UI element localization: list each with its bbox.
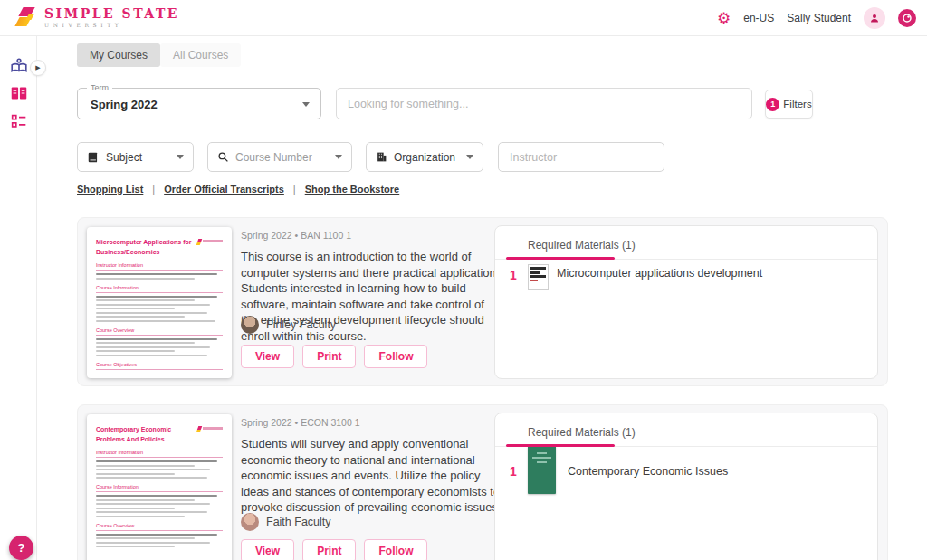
- quick-links: Shopping List | Order Official Transcrip…: [77, 184, 399, 195]
- preview-text-lines: [96, 460, 223, 479]
- filters-button[interactable]: 1 Filters: [765, 90, 813, 119]
- follow-button[interactable]: Follow: [364, 345, 427, 368]
- settings-gear-icon[interactable]: ⚙: [717, 11, 731, 26]
- print-button[interactable]: Print: [302, 539, 356, 560]
- help-button[interactable]: ?: [9, 536, 33, 560]
- course-description: Students will survey and apply conventio…: [241, 436, 502, 516]
- required-materials-panel: Required Materials (1) 1 Contemporary Ec…: [494, 413, 878, 560]
- follow-button[interactable]: Follow: [364, 539, 427, 560]
- chevron-down-icon: [335, 155, 342, 159]
- tab-all-courses[interactable]: All Courses: [160, 43, 241, 67]
- sidebar-item-courses[interactable]: [9, 83, 29, 103]
- instructor-avatar: [241, 316, 259, 334]
- search-icon: [217, 151, 229, 163]
- preview-section-heading: Instructor Information: [96, 450, 223, 458]
- course-card-ban1100: Microcomputer Applications for Business/…: [77, 217, 888, 386]
- order-transcripts-link[interactable]: Order Official Transcripts: [164, 184, 284, 195]
- app-canvas: SIMPLE STATE UNIVERSITY ⚙ en-US Sally St…: [0, 0, 927, 560]
- material-title[interactable]: Microcomputer applications development: [557, 266, 774, 282]
- organization-dropdown[interactable]: Organization: [366, 142, 483, 172]
- shopping-list-link[interactable]: Shopping List: [77, 184, 143, 195]
- preview-section-heading: Course Overview: [96, 327, 223, 336]
- chevron-right-icon: ▶: [35, 64, 40, 71]
- instructor-row: Faith Faculty: [241, 513, 331, 531]
- preview-section-heading: Course Information: [96, 484, 223, 492]
- chevron-down-icon: [177, 155, 184, 159]
- instructor-avatar: [241, 513, 259, 531]
- resource-center-icon: [902, 13, 913, 24]
- term-select[interactable]: Term Spring 2022: [77, 88, 321, 119]
- top-header: SIMPLE STATE UNIVERSITY ⚙ en-US Sally St…: [0, 0, 927, 36]
- preview-text-lines: [96, 296, 223, 322]
- preview-text-lines: [96, 273, 223, 280]
- tab-my-courses[interactable]: My Courses: [77, 43, 160, 67]
- user-avatar-button[interactable]: [864, 7, 885, 29]
- user-name[interactable]: Sally Student: [787, 12, 851, 24]
- main-content: My Courses All Courses Term Spring 2022 …: [37, 36, 927, 560]
- course-card-econ3100: Contemporary Economic Problems And Polic…: [77, 404, 888, 560]
- course-number-dropdown[interactable]: Course Number: [207, 142, 352, 172]
- preview-logo: [197, 239, 223, 245]
- instructor-name: Faith Faculty: [266, 516, 331, 528]
- header-actions: ⚙ en-US Sally Student: [717, 0, 916, 36]
- preview-section-heading: Course Information: [96, 285, 223, 293]
- course-actions: View Print Follow: [241, 345, 427, 368]
- course-syllabus-preview[interactable]: Contemporary Economic Problems And Polic…: [87, 414, 232, 560]
- preview-text-lines: [96, 338, 223, 356]
- preview-text-lines: [96, 534, 223, 548]
- sidebar-item-checklist[interactable]: [9, 111, 29, 131]
- material-index: 1: [510, 464, 517, 479]
- print-button[interactable]: Print: [302, 345, 356, 368]
- search-input[interactable]: [337, 89, 751, 119]
- search-box: [336, 88, 752, 119]
- building-icon: [376, 151, 387, 163]
- term-select-label: Term: [87, 83, 112, 92]
- preview-logo: [197, 426, 223, 432]
- preview-section-heading: Course Objectives: [96, 362, 223, 370]
- instructor-name: Finley Faculty: [266, 318, 336, 331]
- instructor-input[interactable]: [499, 143, 664, 171]
- preview-title: Microcomputer Applications for Business/…: [96, 238, 196, 257]
- instructor-row: Finley Faculty: [241, 316, 336, 334]
- preview-title: Contemporary Economic Problems And Polic…: [96, 425, 196, 444]
- sidebar-expand-button[interactable]: ▶: [30, 60, 46, 76]
- course-actions: View Print Follow: [241, 539, 427, 560]
- subject-dropdown[interactable]: Subject: [77, 142, 194, 172]
- book-cover-thumbnail: [528, 264, 549, 290]
- book-cover-thumbnail: [528, 446, 556, 494]
- locale-selector[interactable]: en-US: [743, 12, 774, 24]
- course-term-code: Spring 2022 • BAN 1100 1: [241, 230, 351, 241]
- left-sidebar: [0, 36, 37, 560]
- subject-book-icon: [87, 151, 100, 164]
- preview-text-lines: [96, 495, 223, 517]
- instructor-field: [498, 142, 664, 172]
- checklist-icon: [9, 111, 29, 131]
- view-button[interactable]: View: [241, 539, 294, 560]
- preview-section-heading: Course Overview: [96, 523, 223, 531]
- open-book-icon: [9, 83, 29, 103]
- course-syllabus-preview[interactable]: Microcomputer Applications for Business/…: [87, 227, 232, 378]
- material-title[interactable]: Contemporary Economic Issues: [568, 464, 785, 480]
- preview-section-heading: Instructor Information: [96, 262, 223, 271]
- logo-subtitle: UNIVERSITY: [44, 23, 179, 28]
- material-index: 1: [510, 268, 517, 282]
- university-logo-icon: [14, 5, 36, 29]
- filters-count-badge: 1: [766, 98, 779, 111]
- resource-center-button[interactable]: [898, 9, 916, 27]
- sidebar-item-learning[interactable]: [9, 56, 29, 76]
- view-button[interactable]: View: [241, 345, 294, 368]
- required-materials-tab[interactable]: Required Materials (1): [528, 239, 636, 252]
- shop-bookstore-link[interactable]: Shop the Bookstore: [305, 184, 400, 195]
- course-term-code: Spring 2022 • ECON 3100 1: [241, 417, 360, 428]
- logo-title: SIMPLE STATE: [44, 7, 179, 20]
- course-tabs: My Courses All Courses: [77, 43, 241, 67]
- person-icon: [869, 13, 880, 24]
- chevron-down-icon: [466, 155, 473, 159]
- university-logo[interactable]: SIMPLE STATE UNIVERSITY: [14, 5, 179, 29]
- term-select-value: Spring 2022: [91, 98, 158, 111]
- required-materials-panel: Required Materials (1) 1 Microcomputer a…: [494, 225, 878, 379]
- required-materials-tab[interactable]: Required Materials (1): [528, 426, 636, 439]
- chevron-down-icon: [302, 102, 310, 107]
- reader-book-icon: [9, 56, 29, 76]
